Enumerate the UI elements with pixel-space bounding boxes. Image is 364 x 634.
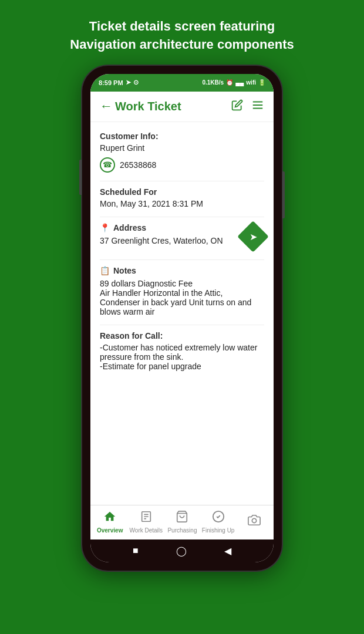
address-label: Address	[113, 223, 146, 232]
wifi-icon: wifi	[246, 79, 256, 86]
signal-icon: ▄▄	[235, 79, 244, 86]
headline: Ticket details screen featuring Navigati…	[52, 0, 311, 66]
status-time: 8:59 PM	[99, 79, 123, 86]
headline-line1: Ticket details screen featuring	[70, 18, 294, 36]
content-area: Customer Info: Rupert Grint ☎ 26538868 S…	[90, 122, 274, 505]
scheduled-value: Mon, May 31, 2021 8:31 PM	[100, 199, 264, 208]
sync-icon: ⊙	[133, 79, 139, 86]
nav-item-purchasing[interactable]: Purchasing	[167, 510, 197, 534]
svg-point-9	[252, 518, 256, 522]
work-details-icon	[140, 510, 153, 526]
divider-4	[100, 325, 264, 325]
address-section: 📍 Address 37 Greenlight Cres, Waterloo, …	[100, 223, 264, 254]
reason-label: Reason for Call:	[100, 331, 264, 340]
battery-icon: 🔋	[258, 79, 265, 86]
reason-value: -Customer has noticed extremely low wate…	[100, 343, 264, 371]
navigation-button[interactable]: ➤	[237, 221, 269, 252]
phone-icon: ☎	[100, 157, 115, 173]
finishing-up-label: Finishing Up	[202, 527, 235, 534]
system-square-button[interactable]: ■	[133, 545, 139, 556]
bottom-nav: Overview Work Details	[90, 505, 274, 539]
nav-item-work-details[interactable]: Work Details	[130, 510, 163, 534]
nav-item-camera[interactable]	[240, 514, 269, 530]
app-title: Work Ticket	[115, 100, 181, 113]
nav-item-overview[interactable]: Overview	[95, 510, 124, 534]
system-back-button[interactable]: ◀	[224, 545, 231, 557]
reason-section: Reason for Call: -Customer has noticed e…	[100, 331, 264, 371]
status-bar: 8:59 PM ➤ ⊙ 0.1KB/s ⏰ ▄▄ wifi 🔋	[90, 74, 274, 92]
system-circle-button[interactable]: ◯	[176, 545, 187, 557]
scheduled-label: Scheduled For	[100, 187, 264, 197]
edit-button[interactable]	[231, 99, 243, 114]
notes-value: 89 dollars Diagnostic Fee Air Handler Ho…	[100, 279, 264, 316]
divider-3	[100, 259, 264, 260]
phone-row: ☎ 26538868	[100, 157, 264, 173]
purchasing-icon	[176, 510, 188, 526]
finishing-up-icon	[212, 510, 225, 526]
camera-icon	[248, 514, 261, 530]
headline-line2: Navigation architecture components	[70, 36, 294, 54]
menu-button[interactable]	[251, 99, 264, 114]
notes-icon: 📋	[100, 266, 110, 275]
phone-inner: 8:59 PM ➤ ⊙ 0.1KB/s ⏰ ▄▄ wifi 🔋 ← Work T…	[90, 74, 274, 562]
overview-icon	[103, 510, 116, 526]
address-value: 37 Greenlight Cres, Waterloo, ON	[100, 236, 223, 245]
app-bar: ← Work Ticket	[90, 92, 274, 122]
notes-label: Notes	[113, 266, 136, 275]
location-icon: ➤	[126, 79, 131, 86]
system-nav: ■ ◯ ◀	[90, 539, 274, 562]
work-details-label: Work Details	[130, 527, 163, 534]
notes-section: 📋 Notes 89 dollars Diagnostic Fee Air Ha…	[100, 266, 264, 316]
data-speed: 0.1KB/s	[202, 79, 224, 86]
customer-info-section: Customer Info: Rupert Grint ☎ 26538868	[100, 131, 264, 173]
alarm-icon: ⏰	[226, 79, 233, 86]
divider-2	[100, 217, 264, 217]
phone-outer: 8:59 PM ➤ ⊙ 0.1KB/s ⏰ ▄▄ wifi 🔋 ← Work T…	[82, 66, 282, 571]
customer-name: Rupert Grint	[100, 143, 264, 153]
overview-label: Overview	[97, 527, 123, 534]
back-button[interactable]: ←	[100, 99, 113, 114]
nav-item-finishing-up[interactable]: Finishing Up	[202, 510, 235, 534]
scheduled-section: Scheduled For Mon, May 31, 2021 8:31 PM	[100, 187, 264, 208]
divider-1	[100, 181, 264, 181]
customer-phone: 26538868	[120, 160, 156, 170]
purchasing-label: Purchasing	[167, 527, 197, 534]
map-pin-icon: 📍	[100, 223, 110, 232]
customer-info-label: Customer Info:	[100, 131, 264, 141]
